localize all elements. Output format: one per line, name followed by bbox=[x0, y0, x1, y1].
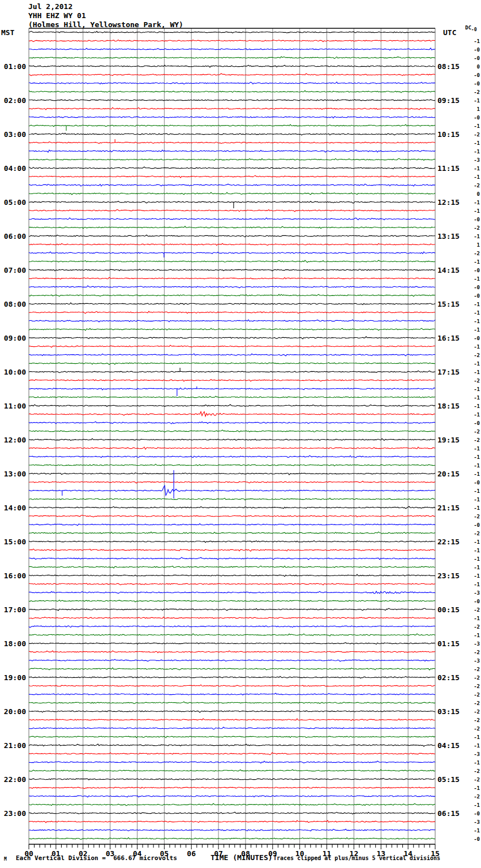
trace-row-65 bbox=[29, 583, 435, 585]
trace-row-94 bbox=[29, 829, 435, 831]
trace-row-78 bbox=[29, 693, 435, 695]
trace-row-60 bbox=[29, 540, 435, 542]
trace-row-55 bbox=[29, 498, 435, 500]
trace-row-83 bbox=[29, 736, 435, 738]
trace-row-48 bbox=[29, 439, 435, 441]
trace-row-6 bbox=[29, 82, 435, 84]
trace-row-28 bbox=[29, 269, 435, 271]
trace-row-36 bbox=[29, 337, 435, 339]
trace-row-24 bbox=[29, 235, 435, 237]
trace-row-90 bbox=[29, 796, 435, 797]
trace-row-80 bbox=[29, 711, 435, 712]
trace-row-74 bbox=[29, 659, 435, 661]
trace-row-23 bbox=[29, 226, 435, 229]
trace-row-50 bbox=[29, 456, 435, 458]
trace-row-1 bbox=[29, 40, 435, 41]
trace-row-4 bbox=[29, 65, 435, 67]
trace-row-8 bbox=[29, 100, 435, 101]
trace-row-59 bbox=[29, 532, 435, 534]
trace-row-31 bbox=[29, 294, 435, 297]
trace-row-19 bbox=[29, 192, 435, 195]
trace-row-15 bbox=[29, 158, 435, 160]
trace-row-26 bbox=[29, 252, 435, 253]
trace-row-67 bbox=[29, 600, 435, 602]
trace-row-13 bbox=[29, 142, 435, 144]
trace-row-32 bbox=[29, 303, 435, 304]
footer-clip-note: Traces clipped at plus/minus 5 vertical … bbox=[273, 855, 440, 861]
trace-row-51 bbox=[29, 464, 435, 466]
trace-row-66 bbox=[29, 591, 435, 594]
trace-row-84 bbox=[29, 744, 435, 746]
trace-row-91 bbox=[29, 803, 435, 806]
trace-row-47 bbox=[29, 430, 435, 432]
trace-row-79 bbox=[29, 702, 435, 704]
trace-row-42 bbox=[29, 388, 435, 390]
trace-row-3 bbox=[29, 57, 435, 59]
trace-row-44 bbox=[29, 405, 435, 407]
trace-row-21 bbox=[29, 209, 435, 212]
trace-row-87 bbox=[29, 770, 435, 771]
trace-row-9 bbox=[29, 108, 435, 110]
trace-row-86 bbox=[29, 761, 435, 763]
trace-row-72 bbox=[29, 643, 435, 644]
trace-row-95 bbox=[29, 837, 435, 839]
footer-scale-note: Each Vertical Division = 666.67 microvol… bbox=[16, 854, 177, 862]
trace-row-81 bbox=[29, 719, 435, 720]
trace-row-18 bbox=[29, 184, 435, 186]
trace-row-71 bbox=[29, 634, 435, 636]
trace-row-68 bbox=[29, 608, 435, 611]
trace-row-27 bbox=[29, 260, 435, 263]
trace-row-92 bbox=[29, 812, 435, 814]
trace-row-82 bbox=[29, 727, 435, 729]
trace-row-25 bbox=[29, 243, 435, 245]
trace-row-64 bbox=[29, 574, 435, 577]
trace-row-30 bbox=[29, 286, 435, 288]
trace-row-40 bbox=[29, 371, 435, 373]
trace-row-43 bbox=[29, 396, 435, 398]
seismogram-plot bbox=[0, 0, 481, 868]
trace-row-52 bbox=[29, 473, 435, 475]
trace-row-62 bbox=[29, 557, 435, 560]
trace-row-14 bbox=[29, 150, 435, 152]
trace-row-58 bbox=[29, 524, 435, 526]
trace-row-38 bbox=[29, 354, 435, 356]
trace-row-53 bbox=[29, 481, 435, 483]
trace-row-88 bbox=[29, 778, 435, 780]
trace-row-17 bbox=[29, 175, 435, 178]
trace-row-89 bbox=[29, 787, 435, 789]
trace-row-46 bbox=[29, 422, 435, 424]
trace-row-7 bbox=[29, 91, 435, 93]
trace-row-35 bbox=[29, 328, 435, 330]
trace-row-39 bbox=[29, 363, 435, 364]
trace-row-76 bbox=[29, 676, 435, 678]
trace-row-22 bbox=[29, 218, 435, 220]
trace-row-54 bbox=[29, 485, 435, 495]
trace-row-33 bbox=[29, 311, 435, 313]
trace-row-73 bbox=[29, 651, 435, 653]
trace-row-49 bbox=[29, 447, 435, 449]
trace-row-41 bbox=[29, 379, 435, 381]
trace-row-77 bbox=[29, 685, 435, 686]
trace-row-12 bbox=[29, 133, 435, 135]
footer-mark: M bbox=[4, 857, 7, 862]
trace-row-37 bbox=[29, 345, 435, 347]
trace-row-2 bbox=[29, 48, 435, 50]
trace-row-61 bbox=[29, 549, 435, 551]
trace-row-16 bbox=[29, 167, 435, 169]
trace-row-93 bbox=[29, 820, 435, 823]
trace-row-45 bbox=[29, 412, 435, 416]
trace-row-29 bbox=[29, 277, 435, 279]
trace-row-69 bbox=[29, 617, 435, 618]
trace-row-56 bbox=[29, 506, 435, 509]
trace-row-34 bbox=[29, 320, 435, 322]
trace-row-70 bbox=[29, 626, 435, 628]
x-axis-title: TIME (MINUTES) bbox=[211, 853, 273, 862]
trace-row-10 bbox=[29, 117, 435, 118]
trace-row-85 bbox=[29, 753, 435, 755]
trace-row-20 bbox=[29, 201, 435, 203]
trace-row-57 bbox=[29, 515, 435, 517]
trace-row-75 bbox=[29, 668, 435, 670]
trace-row-11 bbox=[29, 124, 435, 127]
trace-row-5 bbox=[29, 74, 435, 76]
trace-row-63 bbox=[29, 566, 435, 568]
